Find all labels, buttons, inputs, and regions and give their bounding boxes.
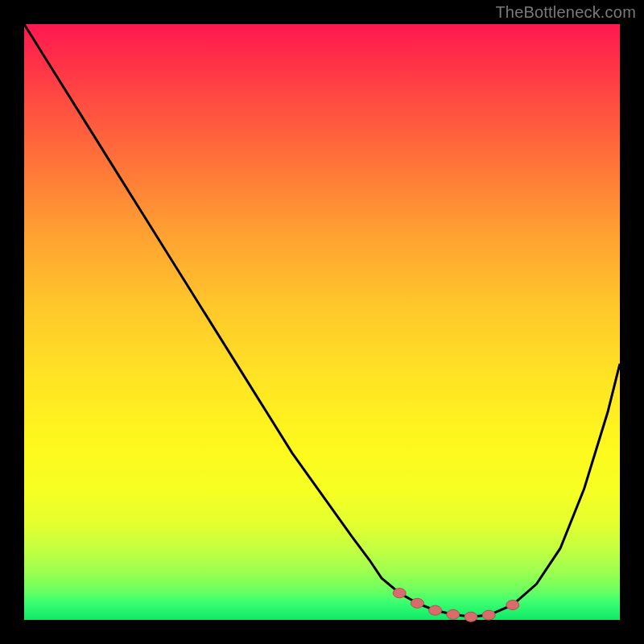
bottleneck-curve — [24, 24, 620, 620]
curve-marker — [411, 598, 423, 608]
curve-marker — [482, 610, 495, 620]
curve-marker — [393, 588, 406, 598]
curve-marker — [429, 605, 442, 615]
curve-line — [24, 24, 620, 617]
attribution-text: TheBottleneck.com — [495, 3, 636, 22]
curve-marker — [447, 609, 460, 619]
curve-marker — [506, 601, 519, 610]
chart-frame: TheBottleneck.com — [0, 0, 644, 644]
plot-area — [24, 24, 620, 620]
curve-marker — [464, 612, 477, 621]
curve-markers — [393, 588, 519, 622]
